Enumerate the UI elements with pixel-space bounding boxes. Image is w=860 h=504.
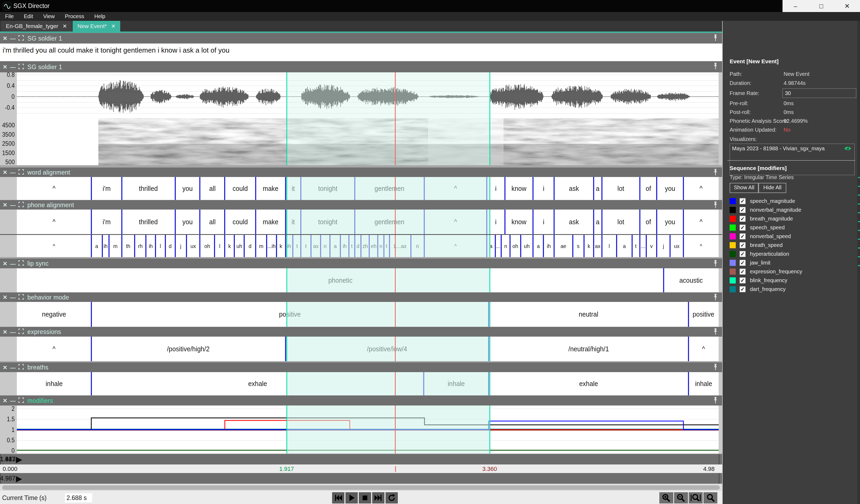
segment-boundary[interactable]: [285, 177, 286, 200]
stop-button[interactable]: [359, 492, 371, 503]
segment-cell[interactable]: a: [330, 235, 341, 257]
segment-cell[interactable]: it: [286, 177, 301, 200]
segment-boundary[interactable]: [329, 235, 330, 257]
segment-boundary[interactable]: [121, 177, 123, 200]
segment-cell[interactable]: ...: [495, 235, 501, 257]
segment-boundary[interactable]: [234, 235, 235, 257]
segment-boundary[interactable]: [688, 372, 689, 395]
segment-boundary[interactable]: [199, 235, 200, 257]
track-minimize-icon[interactable]: —: [10, 202, 16, 208]
segment-cell[interactable]: [17, 268, 286, 292]
segment-cell[interactable]: i: [533, 210, 554, 234]
hide-all-button[interactable]: Hide All: [759, 183, 786, 193]
segment-boundary[interactable]: [255, 210, 256, 234]
segment-boundary[interactable]: [354, 235, 355, 257]
segment-cell[interactable]: ax: [311, 235, 320, 257]
segment-cell[interactable]: ax: [593, 235, 602, 257]
track-header-breaths[interactable]: ✕—breaths: [0, 362, 722, 373]
segment-cell[interactable]: ^: [684, 177, 719, 200]
track-minimize-icon[interactable]: —: [10, 64, 16, 70]
segment-boundary[interactable]: [593, 177, 594, 200]
segment-boundary[interactable]: [424, 177, 425, 200]
segment-boundary[interactable]: [510, 235, 511, 257]
segment-cell[interactable]: of: [640, 177, 657, 200]
segment-cell[interactable]: i: [487, 177, 505, 200]
segment-cell[interactable]: n: [411, 235, 424, 257]
track-minimize-icon[interactable]: —: [10, 365, 16, 371]
waveform-row-content[interactable]: [17, 72, 719, 118]
behavior-mode-row-content[interactable]: negativepositiveneutralpositive: [17, 302, 719, 327]
segment-cell[interactable]: make: [256, 210, 285, 234]
segment-cell[interactable]: inhale: [17, 372, 91, 395]
phone-alignment-phone-row-content[interactable]: ^aihmthrhihldjuxohlkuhdm...ihkihttaxnaih…: [17, 235, 719, 257]
segment-boundary[interactable]: [175, 210, 176, 234]
segment-boundary[interactable]: [423, 372, 424, 395]
menu-item-edit[interactable]: Edit: [19, 12, 38, 21]
segment-cell[interactable]: /neutral/high/1: [489, 337, 688, 361]
segment-boundary[interactable]: [601, 177, 602, 200]
track-expand-icon[interactable]: [18, 364, 24, 371]
segment-boundary[interactable]: [300, 177, 301, 200]
pin-icon[interactable]: [713, 260, 718, 268]
segment-cell[interactable]: could: [225, 177, 256, 200]
segment-cell[interactable]: make: [256, 177, 285, 200]
segment-cell[interactable]: acoustic: [664, 268, 719, 292]
segment-boundary[interactable]: [554, 210, 555, 234]
segment-cell[interactable]: i: [487, 210, 505, 234]
legend-checkbox[interactable]: ✓: [740, 242, 746, 248]
segment-boundary[interactable]: [554, 235, 555, 257]
segment-cell[interactable]: s: [573, 235, 584, 257]
legend-checkbox[interactable]: ✓: [740, 216, 746, 222]
segment-cell[interactable]: could: [225, 210, 256, 234]
segment-boundary[interactable]: [688, 337, 689, 361]
legend-checkbox[interactable]: ✓: [740, 269, 746, 275]
segment-boundary[interactable]: [486, 210, 487, 234]
menu-item-file[interactable]: File: [0, 12, 19, 21]
tab-close-icon[interactable]: ✕: [62, 23, 67, 29]
segment-cell[interactable]: exhale: [489, 372, 688, 395]
segment-boundary[interactable]: [285, 235, 286, 257]
segment-cell[interactable]: m: [109, 235, 122, 257]
segment-cell[interactable]: n: [320, 235, 330, 257]
track-close-icon[interactable]: ✕: [3, 261, 8, 267]
segment-boundary[interactable]: [300, 210, 301, 234]
segment-cell[interactable]: lot: [602, 177, 640, 200]
pin-icon[interactable]: [713, 328, 718, 336]
segment-boundary[interactable]: [656, 235, 657, 257]
play-segment-icon[interactable]: ▶: [16, 474, 22, 483]
segment-boundary[interactable]: [320, 235, 321, 257]
track-expand-icon[interactable]: [18, 329, 24, 335]
segment-boundary[interactable]: [255, 235, 256, 257]
segment-boundary[interactable]: [501, 235, 502, 257]
segment-cell[interactable]: m: [256, 235, 267, 257]
segment-boundary[interactable]: [186, 235, 187, 257]
segment-boundary[interactable]: [593, 235, 594, 257]
segment-boundary[interactable]: [369, 235, 370, 257]
track-close-icon[interactable]: ✕: [3, 329, 8, 335]
segment-cell[interactable]: you: [657, 210, 684, 234]
segment-boundary[interactable]: [488, 337, 489, 361]
segment-boundary[interactable]: [91, 337, 92, 361]
track-close-icon[interactable]: ✕: [3, 35, 8, 42]
segment-boundary[interactable]: [488, 302, 489, 327]
segment-boundary[interactable]: [311, 235, 312, 257]
segment-cell[interactable]: ^: [688, 337, 719, 361]
track-header-SG-soldier-1[interactable]: ✕—SG soldier 1: [0, 61, 722, 73]
segment-cell[interactable]: k: [225, 235, 234, 257]
segment-boundary[interactable]: [214, 235, 215, 257]
segment-duration-row[interactable]: 1.917▶1.443▶1.627▶: [0, 454, 722, 464]
event-duration-row[interactable]: 4.987▶: [0, 473, 722, 484]
segment-boundary[interactable]: [199, 177, 200, 200]
segment-boundary[interactable]: [340, 235, 341, 257]
segment-cell[interactable]: ^: [684, 210, 719, 234]
segment-cell[interactable]: neutral: [489, 302, 688, 327]
pin-icon[interactable]: [713, 397, 718, 405]
phone-alignment-word-row-content[interactable]: ^i'mthrilledyouallcouldmakeittonightgent…: [17, 210, 719, 234]
segment-cell[interactable]: ^: [17, 177, 91, 200]
sub-segment[interactable]: 4.987▶: [0, 473, 22, 484]
track-header-expressions[interactable]: ✕—expressions: [0, 327, 722, 337]
segment-cell[interactable]: ih: [340, 235, 349, 257]
segment-boundary[interactable]: [224, 210, 225, 234]
segment-boundary[interactable]: [244, 235, 245, 257]
segment-cell[interactable]: ih: [102, 235, 109, 257]
